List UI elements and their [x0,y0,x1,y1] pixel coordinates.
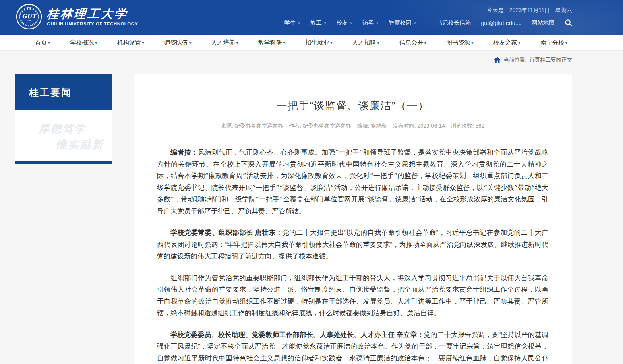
mailbox-link[interactable]: 书记校长信箱 [436,19,471,27]
current-date: 2023年11月11日 [509,7,550,14]
mailbox-address[interactable]: gut@glut.edu.... [481,20,522,26]
paragraph-text: 组织部门作为管党治党的重要职能部门，组织部长作为组工干部的带头人，将深入学习贯彻… [157,274,548,317]
sitemap-link[interactable]: 网站地图 [532,19,555,27]
breadcrumb-item[interactable]: 桂工要闻 [540,56,561,64]
chevron-down-icon: ∨ [324,21,327,25]
caret-down-icon: ▾ [377,41,379,45]
paragraph-lead: 学校党委常委、组织部部长 唐壮东： [170,229,282,236]
chevron-down-icon: ∨ [414,21,416,25]
paragraph-text: 风清则气正，气正则心齐，心齐则事成。加强“一把手”和领导班子监督，是落实党中央决… [157,148,548,215]
article-meta-item: 作者:纪委办监察室巡察办 [289,122,351,130]
date-display: 今天是 2023年11月11日 星期六 [284,7,572,14]
caret-down-icon: ▾ [48,41,50,45]
breadcrumb-label: 当前位置: [503,56,526,64]
nav-item[interactable]: 图书资源▾ [446,39,473,46]
caret-down-icon: ▾ [471,41,473,45]
svg-text:1956: 1956 [27,19,31,22]
breadcrumb: 当前位置: 首页 > 桂工要闻 > 正文 > [0,51,623,69]
sidebar-title: 桂工要闻 [29,86,72,99]
university-logo[interactable]: GUT 1956 桂林理工大学 GUILIN UNIVERSITY OF TEC… [16,4,138,30]
caret-down-icon: ▾ [283,41,285,45]
chevron-down-icon: ∨ [298,21,300,25]
nav-item[interactable]: 人才培养▾ [211,39,238,46]
motto-watermark-line1: 厚德笃学 [39,122,86,136]
nav-item[interactable]: 师资队伍▾ [164,39,191,46]
article-paragraph: 组织部门作为管党治党的重要职能部门，组织部长作为组工干部的带头人，将深入学习贯彻… [157,272,548,319]
svg-text:GUT: GUT [22,13,37,19]
home-icon[interactable] [494,57,501,63]
article-content: 编者按：风清则气正，气正则心齐，心齐则事成。加强“一把手”和领导班子监督，是落实… [157,147,548,364]
search-button[interactable] [565,19,572,27]
topbar-divider [426,20,426,26]
motto-watermark-line2: 惟实励新 [56,137,104,152]
article-paragraph: 学校党委委员、校长助理、党委教师工作部部长、人事处处长、人才办主任 辛立章：党的… [157,329,548,364]
article-meta-item: 发布时间:2023-06-14 [393,122,445,130]
breadcrumb-group: 首页 > [529,56,540,64]
caret-down-icon: ▾ [330,41,332,45]
chevron-down-icon: ∨ [376,21,379,25]
topbar-quick-link[interactable]: 学生∨ [284,19,300,27]
university-name-en: GUILIN UNIVERSITY OF TECHNOLOGY [47,21,138,26]
nav-item[interactable]: 教学科研▾ [258,39,285,46]
article-meta-item: 编辑:骆靖璇 [357,122,387,130]
sidebar: 桂工要闻 厚德笃学 惟实励新 [15,74,112,164]
topbar-quick-link[interactable]: 智慧校园∨ [389,19,416,27]
article-meta-item: 来源:纪委办监察室巡察办 [221,122,283,130]
caret-down-icon: ▾ [424,41,426,45]
article-title: 一把手“谈监督、谈廉洁”（一） [157,99,548,113]
caret-down-icon: ▾ [236,41,238,45]
nav-item[interactable]: 信息公开▾ [399,39,426,46]
article-meta: 来源:纪委办监察室巡察办 作者:纪委办监察室巡察办 编辑:骆靖璇 发布时间:20… [157,122,548,130]
nav-item[interactable]: 学校概况▾ [70,39,97,46]
breadcrumb-item[interactable]: 首页 [529,56,540,64]
sidebar-bottom-bar [15,161,112,164]
article-paragraph: 学校党委常委、组织部部长 唐壮东：党的二十大报告提出“以党的自我革命引领社会革命… [157,227,548,262]
caret-down-icon: ▾ [519,41,520,45]
article-card: 一把手“谈监督、谈廉洁”（一） 来源:纪委办监察室巡察办 作者:纪委办监察室巡察… [134,74,572,364]
breadcrumb-group: 桂工要闻 > [540,56,561,64]
paragraph-lead: 编者按： [170,148,198,156]
site-header: GUT 1956 桂林理工大学 GUILIN UNIVERSITY OF TEC… [0,0,623,35]
caret-down-icon: ▾ [95,41,97,45]
breadcrumb-item[interactable]: 正文 [561,56,572,64]
search-icon [565,19,572,27]
university-seal-icon: GUT 1956 [16,4,42,30]
caret-down-icon: ▾ [189,41,191,45]
chevron-down-icon: ∨ [350,21,353,25]
topbar-quick-link[interactable]: 访客∨ [362,19,379,27]
sidebar-section-guilin-news[interactable]: 桂工要闻 [15,74,112,110]
caret-down-icon: ▾ [565,41,567,45]
meta-divider [157,138,548,138]
article-paragraph: 编者按：风清则气正，气正则心齐，心齐则事成。加强“一把手”和领导班子监督，是落实… [157,147,548,217]
date-prefix: 今天是 [487,7,504,14]
caret-down-icon: ▾ [142,41,144,45]
nav-item[interactable]: 机构设置▾ [117,39,144,46]
quick-links: 学生∨ 教工∨ 校友∨ 访客∨ 智慧校园∨ [284,19,416,27]
topbar-quick-link[interactable]: 校友∨ [337,19,353,27]
nav-item[interactable]: 校友之家▾ [493,39,520,46]
sidebar-body: 厚德笃学 惟实励新 [15,110,112,161]
paragraph-lead: 学校党委委员、校长助理、党委教师工作部部长、人事处处长、人才办主任 辛立章： [170,331,424,339]
nav-item[interactable]: 南宁分校▾ [540,39,567,46]
nav-item[interactable]: 首页▾ [35,39,50,46]
article-meta-item: 浏览次数:562 [451,122,484,130]
topbar-quick-link[interactable]: 教工∨ [310,19,327,27]
main-navigation: 首页▾ 学校概况▾ 机构设置▾ 师资队伍▾ 人才培养▾ 教学科研▾ 招生就业▾ … [0,35,623,51]
university-name-cn: 桂林理工大学 [46,7,139,20]
breadcrumb-group: 正文 > [561,56,572,64]
current-weekday: 星期六 [555,7,572,14]
nav-item[interactable]: 人才招聘▾ [352,39,379,46]
nav-item[interactable]: 招生就业▾ [305,39,332,46]
